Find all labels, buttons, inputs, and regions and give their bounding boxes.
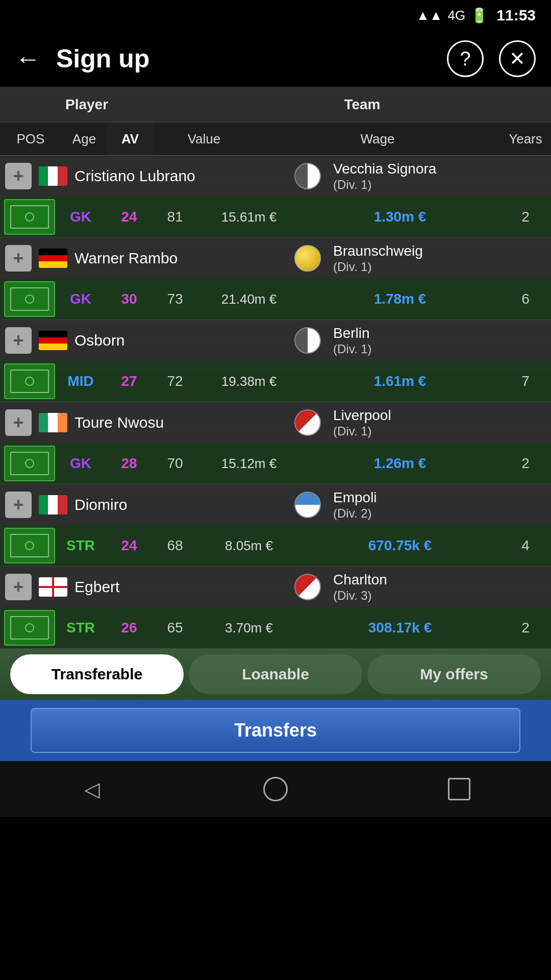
age-subheader: Age <box>61 131 107 147</box>
player-1-value: 21.40m € <box>198 291 300 307</box>
team-1-name: Braunschweig <box>333 242 546 260</box>
player-5-wage: 308.17k € <box>300 620 500 636</box>
tab-loanable[interactable]: Loanable <box>189 654 362 694</box>
flag-germany-2 <box>39 331 67 350</box>
add-player-2-button[interactable]: + <box>5 327 32 354</box>
team-3-div: (Div. 1) <box>333 424 546 438</box>
player-5-name: Egbert <box>74 578 287 596</box>
team-5-name: Charlton <box>333 571 546 589</box>
battery-icon: 🔋 <box>470 7 488 24</box>
nav-recent-button[interactable] <box>439 769 480 810</box>
add-player-5-button[interactable]: + <box>5 574 32 600</box>
player-row-2: + Osborn Berlin (Div. 1) MID 27 72 19.38… <box>0 320 551 402</box>
player-2-value: 19.38m € <box>198 374 300 389</box>
player-1-years: 6 <box>500 291 551 307</box>
page-title: Sign up <box>56 44 432 74</box>
team-0-div: (Div. 1) <box>333 178 546 192</box>
player-3-wage: 1.26m € <box>300 455 500 472</box>
player-5-years: 2 <box>500 620 551 636</box>
add-player-0-button[interactable]: + <box>5 163 32 189</box>
time-label: 11:53 <box>496 7 536 24</box>
player-4-av: 68 <box>152 537 198 554</box>
tab-transferable[interactable]: Transferable <box>10 654 184 694</box>
player-2-age: 27 <box>106 373 152 389</box>
player-2-name: Osborn <box>74 332 287 349</box>
back-button[interactable]: ← <box>15 44 41 74</box>
pitch-icon-2 <box>4 363 55 399</box>
player-column-header: Player <box>0 96 173 113</box>
value-subheader: Value <box>153 131 255 147</box>
flag-italy-0 <box>39 166 67 186</box>
wage-subheader: Wage <box>255 131 500 147</box>
header: ← Sign up ? ✕ <box>0 31 551 87</box>
main-content: Player Team POS Age AV Value Wage Years … <box>0 87 551 649</box>
nav-recent-icon <box>448 778 470 800</box>
network-label: 4G <box>448 8 466 23</box>
pos-subheader: POS <box>0 131 61 147</box>
tab-my-offers[interactable]: My offers <box>367 654 541 694</box>
player-row-1: + Warner Rambo Braunschweig (Div. 1) GK … <box>0 238 551 320</box>
player-1-av: 73 <box>152 291 198 307</box>
status-bar: ▲▲ 4G 🔋 11:53 <box>0 0 551 31</box>
transfers-button[interactable]: Transfers <box>31 708 520 753</box>
team-1-ball-icon <box>294 245 321 272</box>
sub-header-row: POS Age AV Value Wage Years <box>0 122 551 156</box>
player-row-3: + Toure Nwosu Liverpool (Div. 1) GK 28 7… <box>0 402 551 484</box>
player-4-name: Diomiro <box>74 496 287 513</box>
player-4-wage: 670.75k € <box>300 537 500 554</box>
column-headers: Player Team <box>0 87 551 122</box>
close-icon: ✕ <box>509 47 525 70</box>
player-0-years: 2 <box>500 209 551 225</box>
team-2-ball-icon <box>294 327 321 354</box>
player-5-pos: STR <box>55 620 106 636</box>
team-3-name: Liverpool <box>333 407 546 424</box>
player-3-value: 15.12m € <box>198 456 300 472</box>
av-subheader: AV <box>107 122 153 155</box>
nav-back-button[interactable]: ◁ <box>71 769 112 810</box>
flag-ireland-3 <box>39 413 67 432</box>
player-3-years: 2 <box>500 455 551 472</box>
player-0-pos: GK <box>55 209 106 225</box>
help-button[interactable]: ? <box>447 40 484 77</box>
player-1-name: Warner Rambo <box>74 250 287 267</box>
nav-home-button[interactable] <box>255 769 296 810</box>
nav-back-icon: ◁ <box>84 777 100 801</box>
team-5-ball-icon <box>294 574 321 600</box>
player-4-pos: STR <box>55 537 106 554</box>
add-player-1-button[interactable]: + <box>5 245 32 272</box>
years-subheader: Years <box>500 131 551 147</box>
add-player-3-button[interactable]: + <box>5 409 32 436</box>
team-column-header: Team <box>173 96 551 113</box>
player-0-name: Cristiano Lubrano <box>74 167 287 185</box>
player-2-wage: 1.61m € <box>300 373 500 389</box>
pitch-icon-0 <box>4 199 55 235</box>
signal-icon: ▲▲ <box>416 8 442 23</box>
player-2-av: 72 <box>152 373 198 389</box>
pitch-icon-4 <box>4 528 55 564</box>
status-icons: ▲▲ 4G 🔋 <box>416 7 488 24</box>
team-0-ball-icon <box>294 163 321 189</box>
team-1-div: (Div. 1) <box>333 260 546 274</box>
flag-germany-1 <box>39 249 67 268</box>
player-3-name: Toure Nwosu <box>74 414 287 431</box>
team-4-ball-icon <box>294 492 321 518</box>
player-0-age: 24 <box>106 209 152 225</box>
help-icon: ? <box>460 48 470 70</box>
player-5-value: 3.70m € <box>198 620 300 636</box>
team-5-div: (Div. 3) <box>333 589 546 603</box>
player-1-age: 30 <box>106 291 152 307</box>
player-0-av: 81 <box>152 209 198 225</box>
add-player-4-button[interactable]: + <box>5 492 32 518</box>
team-0-name: Vecchia Signora <box>333 160 546 178</box>
player-2-pos: MID <box>55 373 106 389</box>
team-2-name: Berlin <box>333 325 546 342</box>
player-3-age: 28 <box>106 455 152 472</box>
player-4-age: 24 <box>106 537 152 554</box>
player-5-age: 26 <box>106 620 152 636</box>
team-3-ball-icon <box>294 409 321 436</box>
nav-home-icon <box>263 777 288 801</box>
player-row-5: + Egbert Charlton (Div. 3) STR 26 65 3.7… <box>0 567 551 649</box>
flag-italy-4 <box>39 495 67 514</box>
close-button[interactable]: ✕ <box>499 40 536 77</box>
player-2-years: 7 <box>500 373 551 389</box>
